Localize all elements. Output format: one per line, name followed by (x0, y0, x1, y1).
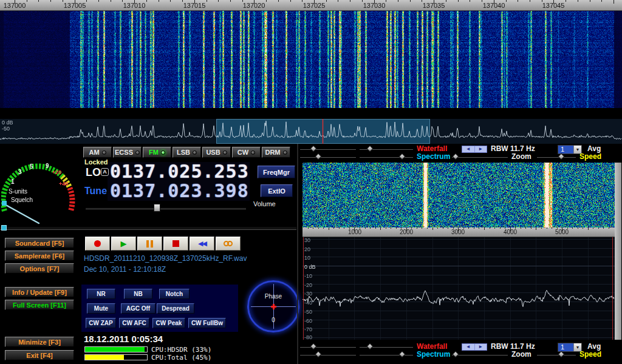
slider-thumb[interactable] (452, 153, 459, 160)
mode-button-usb[interactable]: USB (202, 147, 231, 158)
soundcard-button[interactable]: Soundcard [F5] (5, 238, 74, 248)
slider-thumb[interactable] (366, 343, 373, 349)
speed-slider[interactable] (537, 153, 576, 160)
slider-thumb[interactable] (310, 145, 316, 152)
slider-thumb[interactable] (398, 153, 405, 160)
extio-button[interactable]: ExtIO (261, 184, 293, 197)
info-update-button[interactable]: Info / Update [F9] (5, 287, 74, 297)
af-db-label: 0 dB (304, 264, 316, 270)
waterfall-brightness-slider[interactable] (300, 146, 356, 152)
af-db-label: 10 (304, 255, 310, 261)
slider-thumb[interactable] (398, 351, 405, 357)
mode-button-drm[interactable]: DRM (262, 147, 290, 158)
cpu-total-text: CPU:Total (45%) (151, 354, 211, 362)
nr-button[interactable]: NR (87, 289, 115, 299)
hdsdr-window: 137000 137005 137010 137015 137020 13702… (0, 0, 622, 364)
scroll-left-icon[interactable]: ◄ (462, 146, 475, 152)
exit-label: Exit [F4] (26, 352, 52, 359)
notch-button[interactable]: Notch (159, 289, 190, 299)
spectrum-scroll-control[interactable]: ◄► (462, 146, 487, 153)
squelch-slider[interactable] (0, 226, 296, 230)
zoom-slider[interactable] (452, 153, 508, 160)
mode-button-am[interactable]: AM (83, 147, 112, 158)
agc-off-button[interactable]: AGC Off (121, 303, 156, 314)
scroll-right-icon[interactable]: ► (475, 344, 487, 350)
lo-badge[interactable]: A (101, 168, 109, 176)
slider-thumb[interactable] (366, 145, 373, 152)
scroll-left-icon[interactable]: ◄ (462, 344, 475, 350)
af-spectrum[interactable]: 30 20 10 0 dB -10 -20 -30 -40 -50 -60 -7… (302, 237, 615, 340)
spectrum-contrast-slider[interactable] (360, 351, 413, 358)
volume-slider-thumb[interactable] (154, 204, 160, 212)
mode-label: ECSS (115, 149, 133, 156)
af-db-label: -40 (304, 300, 312, 306)
cpu-hdsdr-fill (85, 347, 145, 352)
loop-icon (227, 241, 233, 246)
notch-label: Notch (166, 291, 183, 297)
squelch-slider-thumb[interactable] (1, 225, 7, 231)
play-button[interactable]: ▶ (111, 237, 136, 251)
minimize-button[interactable]: Minimize [F3] (5, 337, 74, 347)
samplerate-button[interactable]: Samplerate [F6] (5, 251, 74, 261)
mode-button-cw[interactable]: CW (232, 147, 261, 158)
spectrum-contrast-slider[interactable] (360, 153, 413, 160)
record-button[interactable] (85, 237, 110, 251)
pause-button[interactable] (137, 237, 162, 251)
despread-button[interactable]: Despread (157, 303, 194, 314)
af-db-label: 20 (304, 246, 310, 252)
af-db-label: -80 (304, 334, 312, 340)
rf-tick-label: 137010 (123, 2, 146, 9)
right-gutter[interactable] (615, 163, 621, 340)
speed-slider[interactable] (537, 351, 576, 358)
nb-button[interactable]: NB (124, 289, 152, 299)
cw-peak-button[interactable]: CW Peak (152, 318, 185, 328)
af-spectrum-canvas[interactable] (302, 237, 615, 340)
slider-thumb[interactable] (558, 153, 564, 160)
volume-slider[interactable] (86, 207, 246, 209)
mute-button[interactable]: Mute (87, 303, 115, 314)
lo-label: LO (86, 166, 101, 179)
spectrum-brightness-slider[interactable] (300, 351, 356, 358)
rewind-button[interactable]: ◀◀ (190, 237, 214, 251)
rf-tick-label: 137035 (423, 2, 445, 9)
stop-button[interactable] (163, 237, 188, 251)
cw-afc-button[interactable]: CW AFC (119, 318, 149, 328)
panel-divider (297, 144, 298, 364)
waterfall-contrast-slider[interactable] (360, 146, 413, 152)
cw-zap-button[interactable]: CW ZAP (86, 318, 116, 328)
slider-thumb[interactable] (452, 351, 459, 357)
af-waterfall[interactable] (302, 163, 615, 228)
slider-thumb[interactable] (315, 153, 321, 160)
options-button[interactable]: Options [F7] (5, 263, 74, 274)
waterfall-brightness-slider[interactable] (300, 343, 356, 350)
mode-button-fm[interactable]: FM (143, 147, 171, 158)
rf-db-label-top: 0 dB (2, 120, 13, 126)
mode-button-ecss[interactable]: ECSS (113, 147, 142, 158)
af-control-row-bottom: Waterfall ◄► RBW 11.7 Hz 1▼ Avg Spectrum… (299, 343, 615, 359)
slider-thumb[interactable] (310, 343, 316, 349)
lo-frequency-value[interactable]: 0137.025.253 (110, 163, 249, 181)
rf-spectrum-canvas[interactable] (0, 119, 622, 144)
af-tick-label: 5000 (555, 229, 569, 235)
exit-button[interactable]: Exit [F4] (5, 350, 74, 360)
mode-button-lsb[interactable]: LSB (173, 147, 201, 158)
fullscreen-button[interactable]: Full Screen [F11] (5, 300, 74, 310)
zoom-slider[interactable] (452, 351, 508, 358)
waterfall-contrast-slider[interactable] (360, 343, 413, 350)
rf-spectrum[interactable]: 0 dB -50 (0, 119, 622, 144)
spectrum-scroll-control[interactable]: ◄► (462, 343, 487, 351)
tune-frequency-value[interactable]: 0137.023.398 (110, 182, 249, 200)
freqmgr-button[interactable]: FreqMgr (258, 166, 295, 178)
avg-dropdown-value: 1 (558, 146, 573, 153)
af-frequency-scale[interactable]: 1000 2000 3000 4000 5000 (302, 228, 615, 237)
slider-thumb[interactable] (558, 351, 564, 357)
cw-fullbw-button[interactable]: CW FullBw (188, 318, 226, 328)
phase-scope[interactable]: Phase 0 (247, 280, 299, 332)
scroll-right-icon[interactable]: ► (475, 146, 487, 152)
rf-frequency-scale[interactable]: 137000 137005 137010 137015 137020 13702… (0, 0, 622, 11)
slider-track (537, 157, 576, 158)
rf-waterfall[interactable] (0, 0, 622, 108)
slider-thumb[interactable] (315, 351, 321, 357)
spectrum-brightness-slider[interactable] (300, 153, 356, 160)
loop-button[interactable] (216, 237, 241, 251)
